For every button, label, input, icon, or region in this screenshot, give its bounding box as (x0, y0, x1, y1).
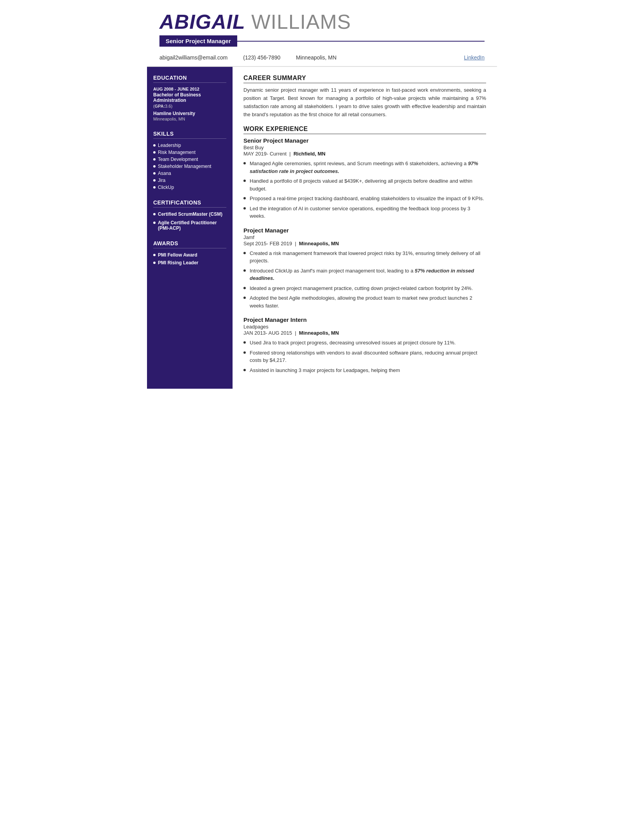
bullet-dot-icon (243, 287, 246, 289)
bullet-text: Assisted in launching 3 major projects f… (250, 367, 486, 374)
certifications-section: CERTIFICATIONS Certified ScrumMaster (CS… (153, 199, 226, 231)
job-title-badge: Senior Project Manager (159, 35, 237, 47)
skill-item: Jira (153, 178, 226, 183)
skills-list: LeadershipRisk ManagementTeam Developmen… (153, 143, 226, 190)
skill-label: Risk Management (158, 150, 196, 155)
skill-bullet-icon (153, 186, 156, 189)
skill-label: Team Development (158, 157, 198, 162)
contact-bar: abigail2williams@email.com (123) 456-789… (159, 51, 485, 62)
bullet-dot-icon (243, 207, 246, 210)
edu-location: Minneapolis, MN (153, 117, 226, 121)
job-bullets-list: Created a risk management framework that… (243, 250, 486, 310)
awards-section: AWARDS PMI Fellow AwardPMI Rising Leader (153, 240, 226, 265)
job-company: Leadpages (243, 324, 486, 330)
award-label: PMI Fellow Award (158, 252, 197, 258)
job-bullet-item: Assisted in launching 3 major projects f… (243, 367, 486, 374)
bullet-dot-icon (243, 180, 246, 182)
skill-bullet-icon (153, 151, 156, 154)
cert-bullet-icon (153, 213, 156, 215)
bullet-text: Adopted the best Agile methodologies, al… (250, 294, 486, 309)
job-entry: Senior Project ManagerBest BuyMAY 2019- … (243, 137, 486, 220)
job-entry: Project ManagerJamfSept 2015- FEB 2019 |… (243, 227, 486, 310)
job-title: Project Manager Intern (243, 316, 486, 323)
job-bullet-item: Used Jira to track project progress, dec… (243, 339, 486, 347)
skill-item: Leadership (153, 143, 226, 148)
skill-label: Stakeholder Management (158, 164, 211, 169)
linkedin-link[interactable]: LinkedIn (464, 54, 485, 61)
bullet-dot-icon (243, 297, 246, 299)
bullet-dot-icon (243, 269, 246, 272)
bullet-dot-icon (243, 369, 246, 371)
cert-item: Certified ScrumMaster (CSM) (153, 211, 226, 217)
skill-bullet-icon (153, 165, 156, 168)
job-bullet-item: Introduced ClickUp as Jamf's main projec… (243, 267, 486, 282)
bullet-highlight: 97% satisfaction rate in project outcome… (250, 161, 478, 174)
bullet-dot-icon (243, 351, 246, 354)
bullet-text: Used Jira to track project progress, dec… (250, 339, 486, 347)
resume-header: ABIGAIL WILLIAMS Senior Project Manager … (147, 0, 497, 67)
work-experience-title: WORK EXPERIENCE (243, 126, 486, 134)
certifications-list: Certified ScrumMaster (CSM)Agile Certifi… (153, 211, 226, 231)
skill-label: ClickUp (158, 185, 174, 190)
cert-label: Certified ScrumMaster (CSM) (158, 211, 222, 217)
location: Minneapolis, MN (296, 54, 336, 61)
job-title: Project Manager (243, 227, 486, 234)
job-bullets-list: Managed Agile ceremonies, sprint reviews… (243, 160, 486, 220)
award-bullet-icon (153, 254, 156, 256)
cert-label: Agile Certified Practitioner (PMI-ACP) (158, 220, 226, 231)
work-experience-section: WORK EXPERIENCE Senior Project ManagerBe… (243, 126, 486, 374)
award-label: PMI Rising Leader (158, 260, 198, 265)
bullet-text: Led the integration of AI in customer se… (250, 205, 486, 220)
bullet-text: Handled a portfolio of 8 projects valued… (250, 177, 486, 192)
gpa-label: GPA: (155, 104, 165, 108)
job-location: Richfield, MN (294, 151, 326, 157)
job-bullet-item: Managed Agile ceremonies, sprint reviews… (243, 160, 486, 175)
skill-label: Jira (158, 178, 165, 183)
education-section: EDUCATION AUG 2008 - JUNE 2012 Bachelor … (153, 75, 226, 121)
award-bullet-icon (153, 262, 156, 264)
job-bullet-item: Led the integration of AI in customer se… (243, 205, 486, 220)
career-summary-section: CAREER SUMMARY Dynamic senior project ma… (243, 75, 486, 119)
main-content: CAREER SUMMARY Dynamic senior project ma… (233, 67, 497, 389)
job-bullet-item: Handled a portfolio of 8 projects valued… (243, 177, 486, 192)
bullet-highlight: 57% reduction in missed deadlines. (250, 268, 474, 281)
bullet-text: Fostered strong relationships with vendo… (250, 349, 486, 364)
bullet-text: Introduced ClickUp as Jamf's main projec… (250, 267, 486, 282)
job-bullet-item: Created a risk management framework that… (243, 250, 486, 265)
awards-list: PMI Fellow AwardPMI Rising Leader (153, 252, 226, 265)
bullet-dot-icon (243, 341, 246, 344)
skill-item: Team Development (153, 157, 226, 162)
education-title: EDUCATION (153, 75, 226, 83)
job-dates-location: JAN 2013- AUG 2015 | Minneapolis, MN (243, 330, 486, 336)
skill-bullet-icon (153, 179, 156, 182)
cert-bullet-icon (153, 222, 156, 224)
sidebar: EDUCATION AUG 2008 - JUNE 2012 Bachelor … (147, 67, 233, 389)
bullet-text: Managed Agile ceremonies, sprint reviews… (250, 160, 486, 175)
skill-bullet-icon (153, 158, 156, 161)
skill-label: Asana (158, 171, 171, 176)
title-divider (237, 41, 485, 42)
edu-gpa: (GPA:3.6) (153, 104, 226, 108)
job-bullets-list: Used Jira to track project progress, dec… (243, 339, 486, 374)
skills-section: SKILLS LeadershipRisk ManagementTeam Dev… (153, 131, 226, 190)
job-company: Best Buy (243, 145, 486, 150)
bullet-dot-icon (243, 162, 246, 164)
bullet-text: Proposed a real-time project tracking da… (250, 195, 486, 203)
skill-item: ClickUp (153, 185, 226, 190)
title-bar: Senior Project Manager (159, 35, 485, 47)
job-company: Jamf (243, 234, 486, 240)
certifications-title: CERTIFICATIONS (153, 199, 226, 208)
phone: (123) 456-7890 (243, 54, 280, 61)
bullet-text: Created a risk management framework that… (250, 250, 486, 265)
bullet-dot-icon (243, 252, 246, 254)
edu-degree: Bachelor of Business Administration (153, 92, 226, 103)
gpa-value: 3.6 (165, 104, 171, 108)
skill-label: Leadership (158, 143, 181, 148)
skill-item: Stakeholder Management (153, 164, 226, 169)
awards-title: AWARDS (153, 240, 226, 248)
career-summary-title: CAREER SUMMARY (243, 75, 486, 83)
last-name: WILLIAMS (245, 10, 351, 33)
job-title: Senior Project Manager (243, 137, 486, 144)
job-bullet-item: Ideated a green project management pract… (243, 285, 486, 292)
main-layout: EDUCATION AUG 2008 - JUNE 2012 Bachelor … (147, 67, 497, 389)
